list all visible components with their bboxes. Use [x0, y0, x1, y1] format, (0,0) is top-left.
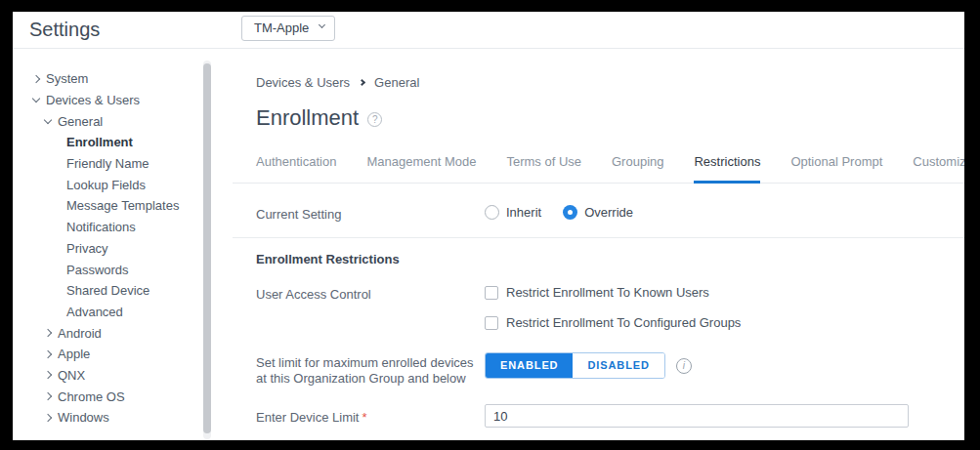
- sidebar-item-apple[interactable]: Apple: [13, 344, 233, 365]
- main-content: Devices & Users General Enrollment ? Aut…: [233, 49, 964, 439]
- checkbox-restrict-configured-groups[interactable]: Restrict Enrollment To Configured Groups: [485, 315, 964, 330]
- sidebar-item-label: General: [58, 114, 103, 129]
- radio-inherit-label: Inherit: [506, 205, 541, 220]
- sidebar-item-label: Privacy: [66, 241, 108, 256]
- sidebar-item-label: Shared Device: [66, 283, 149, 298]
- app-header: Settings TM-Apple: [13, 12, 964, 49]
- help-icon[interactable]: ?: [367, 112, 382, 127]
- og-dropdown-label: TM-Apple: [254, 20, 309, 35]
- sidebar-item-label: Passwords: [66, 263, 129, 277]
- chevron-right-icon: [32, 75, 40, 83]
- sidebar-item-lookup-fields[interactable]: Lookup Fields: [13, 174, 233, 195]
- sidebar-item-label: Chrome OS: [58, 389, 125, 404]
- sidebar-item-message-templates[interactable]: Message Templates: [13, 195, 233, 217]
- device-limit-label-text: Enter Device Limit: [256, 410, 359, 425]
- sidebar-item-label: Advanced: [66, 305, 123, 319]
- sidebar-item-label: System: [46, 71, 88, 86]
- tab-management-mode[interactable]: Management Mode: [366, 154, 476, 183]
- chevron-down-icon: [44, 115, 52, 123]
- sidebar-scrollbar-track: [203, 61, 211, 439]
- sidebar-item-windows[interactable]: Windows: [13, 407, 233, 429]
- toggle-disabled-button[interactable]: DISABLED: [573, 353, 663, 378]
- sidebar-item-chrome-os[interactable]: Chrome OS: [13, 386, 233, 407]
- sidebar-item-friendly-name[interactable]: Friendly Name: [13, 153, 233, 175]
- sidebar-item-notifications[interactable]: Notifications: [13, 217, 233, 238]
- sidebar-item-advanced[interactable]: Advanced: [13, 302, 233, 323]
- sidebar-item-privacy[interactable]: Privacy: [13, 238, 233, 260]
- sidebar-item-label: Friendly Name: [66, 156, 149, 171]
- tab-optional-prompt[interactable]: Optional Prompt: [790, 154, 882, 183]
- tab-grouping[interactable]: Grouping: [612, 154, 663, 183]
- radio-circle-selected: [563, 205, 577, 220]
- breadcrumb-parent[interactable]: Devices & Users: [256, 75, 350, 90]
- current-setting-label: Current Setting: [256, 205, 485, 223]
- radio-inherit[interactable]: Inherit: [485, 205, 541, 220]
- page-title: Enrollment: [256, 105, 359, 131]
- chevron-right-icon: [44, 414, 52, 422]
- tab-restrictions[interactable]: Restrictions: [694, 154, 760, 184]
- user-access-control-label: User Access Control: [256, 285, 485, 303]
- sidebar-item-devices-and-users[interactable]: Devices & Users: [13, 90, 233, 111]
- chevron-right-icon: [44, 371, 52, 379]
- chevron-right-icon: [44, 392, 52, 400]
- chevron-down-icon: [32, 95, 40, 102]
- sidebar-item-enrollment[interactable]: Enrollment: [13, 132, 233, 153]
- app-title: Settings: [29, 19, 100, 41]
- app-window: Settings TM-Apple System Devices & Users…: [13, 12, 964, 440]
- settings-sidebar: System Devices & Users General Enrollmen…: [13, 49, 233, 439]
- sidebar-item-passwords[interactable]: Passwords: [13, 259, 233, 280]
- required-asterisk: *: [362, 410, 366, 425]
- divider: [233, 237, 964, 238]
- sidebar-item-label: Devices & Users: [46, 93, 140, 107]
- sidebar-item-label: Apple: [58, 347, 90, 361]
- device-limit-toggle: ENABLED DISABLED: [485, 352, 665, 379]
- chevron-right-icon: [44, 350, 52, 358]
- toggle-enabled-button[interactable]: ENABLED: [486, 353, 573, 378]
- current-setting-radio-group: Inherit Override: [485, 205, 964, 220]
- radio-override-label: Override: [584, 205, 633, 220]
- sidebar-item-label: Windows: [58, 410, 109, 425]
- organization-group-dropdown[interactable]: TM-Apple: [241, 16, 335, 41]
- tab-terms-of-use[interactable]: Terms of Use: [506, 154, 581, 183]
- sidebar-item-general[interactable]: General: [13, 110, 233, 132]
- breadcrumb-current: General: [374, 75, 419, 90]
- chevron-right-icon: [44, 329, 52, 337]
- sidebar-item-label: Notifications: [66, 220, 136, 234]
- radio-override[interactable]: Override: [563, 205, 633, 220]
- checkbox-unchecked: [485, 286, 498, 300]
- chevron-down-icon: [319, 21, 325, 28]
- sidebar-item-shared-device[interactable]: Shared Device: [13, 280, 233, 302]
- device-limit-toggle-label: Set limit for maximum enrolled devices a…: [256, 352, 485, 387]
- tab-customization[interactable]: Customization: [913, 154, 964, 183]
- device-limit-input[interactable]: [485, 404, 909, 428]
- enrollment-restrictions-heading: Enrollment Restrictions: [233, 252, 964, 266]
- sidebar-item-label: Lookup Fields: [66, 178, 146, 192]
- tab-bar: Authentication Management Mode Terms of …: [233, 154, 964, 184]
- breadcrumb-chevron-icon: [359, 79, 365, 86]
- sidebar-item-label: QNX: [58, 368, 85, 383]
- sidebar-item-qnx[interactable]: QNX: [13, 365, 233, 387]
- sidebar-item-label: Android: [58, 326, 102, 341]
- info-icon[interactable]: i: [676, 358, 692, 374]
- sidebar-scrollbar-thumb[interactable]: [203, 63, 211, 433]
- checkbox-label: Restrict Enrollment To Configured Groups: [506, 315, 741, 330]
- sidebar-item-label: Enrollment: [66, 135, 133, 149]
- checkbox-label: Restrict Enrollment To Known Users: [506, 285, 709, 300]
- tab-authentication[interactable]: Authentication: [256, 154, 336, 183]
- sidebar-item-system[interactable]: System: [13, 68, 233, 90]
- checkbox-unchecked: [485, 316, 498, 330]
- device-limit-label: Enter Device Limit*: [256, 404, 485, 426]
- radio-circle-unselected: [485, 205, 499, 220]
- breadcrumb: Devices & Users General: [256, 75, 964, 90]
- checkbox-restrict-known-users[interactable]: Restrict Enrollment To Known Users: [485, 285, 964, 300]
- sidebar-item-label: Message Templates: [66, 198, 179, 213]
- sidebar-item-android[interactable]: Android: [13, 322, 233, 344]
